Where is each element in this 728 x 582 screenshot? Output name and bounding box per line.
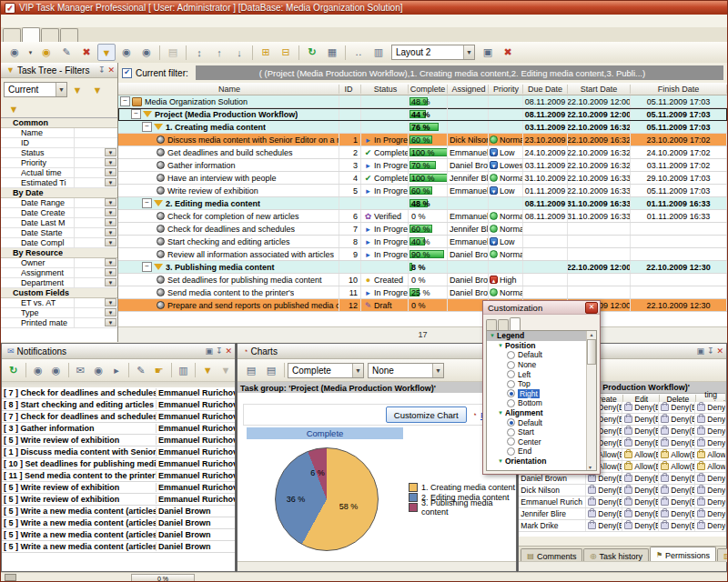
dropdown-icon[interactable]: ▼	[105, 318, 116, 326]
permission-row[interactable]: Jennifer Blire Deny(E Deny(E Deny(E Deny…	[519, 508, 726, 520]
filter-field-row[interactable]: ET vs. AT ▼	[1, 298, 117, 308]
table-row[interactable]: Prepare and send reports on published me…	[118, 299, 727, 312]
dropdown-icon[interactable]: ▼	[105, 238, 116, 246]
radio-button[interactable]	[507, 389, 515, 397]
table-row[interactable]: Check for completion of new articles 6 ✿…	[118, 210, 727, 223]
move-up-button[interactable]: ↑	[210, 44, 228, 61]
table-row[interactable]: Check for deadlines and schedules 7 ▸In …	[118, 223, 727, 236]
expand-all-button[interactable]: ⊞	[257, 44, 275, 61]
close-icon[interactable]: ✕	[716, 346, 723, 356]
mark-unread-button[interactable]: ◉	[48, 362, 65, 379]
option-item[interactable]: ▼ Right	[487, 389, 587, 399]
refresh-button[interactable]: ↻	[5, 362, 22, 379]
view-tab[interactable]	[41, 28, 59, 42]
collapse-icon[interactable]: −	[131, 109, 141, 119]
filter-field-row[interactable]: Date Create ▼	[1, 208, 117, 218]
filter-value-cell[interactable]: ▼	[74, 268, 117, 277]
filter-field-row[interactable]: Estimated Ti ▼	[1, 178, 117, 188]
option-item[interactable]: ▼ Legend	[487, 331, 587, 341]
layout-dropdown-icon[interactable]: ▼	[463, 45, 474, 59]
clear-filter-button[interactable]: ▼	[5, 100, 23, 117]
scrollbar-thumb[interactable]	[587, 339, 596, 365]
radio-button[interactable]	[507, 428, 515, 436]
radio-button[interactable]	[507, 351, 515, 359]
dropdown-icon[interactable]: ▼	[105, 298, 116, 306]
menu-item[interactable]	[34, 20, 48, 22]
dropdown-icon[interactable]: ▼	[105, 218, 116, 226]
notification-row[interactable]: [ 5 ] Write a new media content (article…	[2, 517, 235, 529]
filter-value-cell[interactable]: ▼	[74, 168, 117, 177]
pin-icon[interactable]: ↧	[98, 65, 106, 75]
filter-field-row[interactable]: By Resource ▼	[1, 248, 117, 258]
delete-task-button[interactable]: ✖	[77, 44, 96, 61]
dropdown-icon[interactable]: ▼	[105, 278, 116, 286]
table-row[interactable]: Set deadlines for publishing media conte…	[118, 274, 727, 286]
table-row[interactable]: −2. Editing media content 48 % 08.11.200…	[118, 197, 727, 210]
move-down-button[interactable]: ↓	[230, 44, 248, 61]
filter-value-cell[interactable]: ▼	[74, 218, 117, 227]
goto-task-button[interactable]: ☛	[151, 362, 167, 379]
option-item[interactable]: ▼ Start	[487, 427, 587, 437]
collapse-all-button[interactable]: ⊟	[277, 44, 295, 61]
notification-row[interactable]: [ 7 ] Check for deadlines and schedules …	[2, 411, 235, 423]
dialog-scrollbar[interactable]: ▴▾	[586, 331, 596, 470]
notification-row[interactable]: [ 5 ] Write review of exhibition Emmanue…	[2, 482, 235, 494]
export-button[interactable]: ▦	[323, 44, 341, 61]
filter-value-cell[interactable]: ▼	[74, 228, 117, 237]
dropdown-icon[interactable]: ▼	[105, 158, 116, 166]
filter-value-cell[interactable]: ▼	[74, 148, 117, 157]
tab-attachments[interactable]: ▨Attachments	[717, 548, 728, 562]
table-row[interactable]: Have an interview with people 4 ✔Complet…	[118, 172, 727, 185]
view-task-button[interactable]: ✎	[57, 44, 76, 61]
table-row[interactable]: −Project (Media Production Workflow) 44 …	[118, 108, 727, 121]
mark-read-button[interactable]: ◉	[30, 362, 46, 379]
delete-layout-button[interactable]: ✖	[499, 44, 517, 61]
table-row[interactable]: Gather information 3 ▸In Progress 70 % D…	[118, 159, 727, 172]
customize-chart-button[interactable]: Customize Chart	[386, 406, 467, 423]
layout-combobox[interactable]: Layout 2 ▼	[391, 45, 475, 60]
collapse-icon[interactable]: −	[142, 262, 152, 272]
dropdown-icon[interactable]: ▼	[105, 178, 116, 186]
filter-field-row[interactable]: Custom Fields ▼	[1, 288, 117, 298]
notification-row[interactable]: [ 10 ] Set deadlines for publishing medi…	[2, 458, 235, 470]
filter-value-cell[interactable]: ▼	[74, 308, 117, 317]
dialog-tab[interactable]	[510, 317, 521, 331]
filter-field-row[interactable]: Date Range ▼	[1, 198, 117, 208]
option-item[interactable]: ▼ Default	[487, 350, 587, 360]
dropdown-icon[interactable]: ▼	[105, 168, 116, 176]
complete-task-button[interactable]: ◉	[117, 44, 136, 61]
expander-icon[interactable]: ▼	[498, 458, 505, 464]
print-button[interactable]: ▤	[242, 362, 260, 379]
new-task-button[interactable]: ◉	[5, 44, 24, 61]
notification-row[interactable]: [ 1 ] Discuss media content with Senior …	[2, 447, 235, 458]
current-filter-checkbox[interactable]: ✔	[122, 68, 132, 78]
filter-field-row[interactable]: Priority ▼	[1, 158, 117, 168]
filter-field-row[interactable]: Date Starte ▼	[1, 228, 117, 238]
dropdown-icon[interactable]: ▼	[105, 198, 116, 206]
radio-button[interactable]	[507, 370, 515, 378]
report-button[interactable]: ▥	[176, 362, 192, 379]
menu-item[interactable]	[5, 20, 19, 22]
close-icon[interactable]: ✕	[225, 346, 232, 356]
view-tab[interactable]	[3, 28, 21, 42]
option-item[interactable]: ▼ Bottom	[487, 398, 587, 408]
notification-row[interactable]: [ 5 ] Write review of exhibition Emmanue…	[2, 494, 235, 506]
radio-button[interactable]	[507, 380, 515, 388]
filter-value-cell[interactable]: ▼	[74, 208, 117, 217]
filter-value-cell[interactable]: ▼	[74, 298, 117, 307]
table-row[interactable]: Get deadlines and build schedules 2 ✔Com…	[118, 146, 727, 159]
permission-row[interactable]: Mark Drike Deny(E Deny(E Deny(E Deny(E	[519, 520, 726, 532]
table-row[interactable]: Send media content to the printer's 11 ▸…	[118, 286, 727, 299]
restore-icon[interactable]: ▣	[205, 346, 213, 356]
option-item[interactable]: ▼ Alignment	[487, 408, 587, 418]
permission-row[interactable]: Emmanuel Rurich Deny(E Deny(E Deny(E Den…	[519, 497, 726, 508]
notification-row[interactable]: [ 7 ] Check for deadlines and schedules …	[2, 387, 235, 399]
table-row[interactable]: Write review of exhibition 5 ▸In Progres…	[118, 185, 727, 197]
option-item[interactable]: ▼ Center	[487, 437, 587, 447]
columns-button[interactable]: ‥	[349, 44, 368, 61]
filter-button[interactable]: ▼	[199, 362, 216, 379]
table-row[interactable]: Start checking and editing articles 8 ▸I…	[118, 236, 727, 248]
option-item[interactable]: ▼ Position	[487, 341, 587, 351]
dialog-close-icon[interactable]: ✕	[585, 302, 598, 314]
filter-field-row[interactable]: Owner ▼	[1, 258, 117, 268]
